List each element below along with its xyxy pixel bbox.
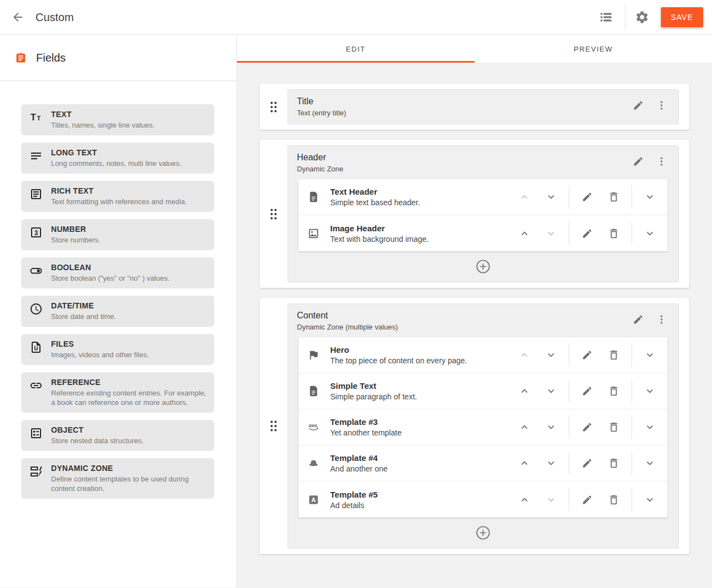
move-up-button[interactable] (518, 420, 531, 434)
controls-divider (569, 343, 569, 367)
trash-icon (608, 421, 620, 433)
move-down-button[interactable] (544, 384, 558, 398)
boolean-icon (29, 264, 43, 277)
svg-text:T: T (31, 113, 36, 122)
ad-icon: A (307, 493, 320, 506)
delete-template-button[interactable] (607, 227, 620, 240)
field-type-object[interactable]: OBJECT Store nested data structures. (21, 420, 214, 451)
back-button[interactable] (7, 6, 29, 28)
arrow-back-icon (11, 11, 24, 24)
move-up-button[interactable] (518, 493, 531, 506)
text-icon: TT (29, 111, 43, 124)
field-type-text[interactable]: TT TEXT Titles, names, single line value… (21, 104, 214, 135)
drag-handle-icon[interactable] (267, 206, 280, 222)
field-type-description: Store nested data structures. (51, 436, 144, 445)
trash-icon (608, 385, 620, 397)
field-menu-button[interactable] (654, 312, 669, 327)
field-type-boolean[interactable]: BOOLEAN Store boolean ("yes" or "no" ) v… (21, 257, 214, 288)
expand-template-button[interactable] (643, 493, 657, 506)
kebab-menu-icon (656, 156, 667, 167)
dynamic-zone-templates: Text Header Simple text based header. (297, 179, 669, 276)
pencil-icon (582, 494, 593, 505)
template-row: Template #4 And another one (299, 445, 668, 481)
edit-field-button[interactable] (630, 154, 646, 169)
template-title: Template #5 (330, 489, 518, 500)
expand-template-button[interactable] (643, 420, 657, 434)
add-template-button[interactable] (476, 525, 491, 540)
edit-template-button[interactable] (580, 190, 594, 204)
controls-divider (569, 185, 569, 209)
image-icon (307, 227, 320, 240)
expand-template-button[interactable] (643, 348, 657, 362)
edit-template-button[interactable] (580, 457, 594, 470)
edit-template-button[interactable] (580, 493, 594, 506)
sidebar-title: Fields (36, 52, 65, 64)
field-type-description: Store date and time. (51, 312, 116, 321)
move-down-button[interactable] (544, 348, 558, 362)
delete-template-button[interactable] (607, 190, 620, 204)
field-type-list: TT TEXT Titles, names, single line value… (0, 81, 236, 517)
edit-template-button[interactable] (580, 384, 594, 398)
field-type-description: Text formatting with references and medi… (51, 197, 187, 206)
field-type-rich-text[interactable]: RICH TEXT Text formatting with reference… (21, 181, 214, 212)
template-title: Image Header (330, 223, 518, 234)
field-menu-button[interactable] (654, 98, 669, 113)
edit-field-button[interactable] (630, 312, 646, 327)
svg-text:T: T (37, 115, 41, 121)
topbar-divider (625, 4, 625, 30)
delete-template-button[interactable] (607, 493, 620, 506)
move-up-button[interactable] (518, 457, 531, 470)
field-type-reference[interactable]: REFERENCE Reference existing content ent… (21, 372, 214, 413)
move-down-button[interactable] (544, 457, 558, 470)
save-button[interactable]: SAVE (661, 7, 703, 27)
move-down-button[interactable] (544, 190, 558, 204)
move-up-button[interactable] (518, 384, 531, 398)
delete-template-button[interactable] (607, 348, 620, 362)
datetime-icon (29, 302, 43, 316)
chevron-down-icon (644, 385, 656, 397)
fields-editor: Title Text (entry title) (237, 63, 712, 587)
field-type-label: NUMBER (51, 224, 100, 234)
edit-field-button[interactable] (630, 98, 646, 113)
move-up-button (518, 348, 531, 362)
expand-template-button[interactable] (643, 384, 657, 398)
settings-button[interactable] (631, 6, 653, 28)
move-down-button[interactable] (544, 420, 558, 434)
add-template-button[interactable] (476, 258, 491, 274)
tab-preview[interactable]: PREVIEW (474, 35, 712, 63)
field-type-label: DYNAMIC ZONE (51, 463, 206, 473)
hat-icon (307, 457, 320, 470)
edit-template-button[interactable] (580, 420, 594, 434)
move-down-button (544, 493, 558, 506)
template-description: Simple text based header. (330, 197, 518, 207)
delete-template-button[interactable] (607, 384, 620, 398)
fields-sidebar: Fields TT TEXT Titles, names, single lin… (0, 35, 237, 587)
field-name: Header (297, 151, 630, 164)
expand-template-button[interactable] (643, 190, 657, 204)
field-type-files[interactable]: FILES Images, videos and other files. (21, 334, 214, 365)
move-up-button[interactable] (518, 227, 531, 240)
controls-divider (632, 185, 632, 209)
delete-template-button[interactable] (607, 420, 620, 434)
edit-template-button[interactable] (580, 348, 594, 362)
index-list-button[interactable] (595, 6, 617, 28)
expand-template-button[interactable] (643, 457, 657, 470)
field-name: Title (297, 95, 630, 108)
delete-template-button[interactable] (607, 457, 620, 470)
field-type: Dynamic Zone (297, 164, 630, 174)
template-description: Text with background image. (330, 234, 518, 244)
field-type-long-text[interactable]: LONG TEXT Long comments, notes, multi li… (21, 143, 214, 174)
top-bar: Custom SAVE (0, 0, 712, 35)
svg-text:3: 3 (34, 229, 38, 237)
edit-template-button[interactable] (580, 227, 594, 240)
template-title: Text Header (330, 186, 518, 197)
drag-handle-icon[interactable] (267, 418, 280, 434)
field-menu-button[interactable] (654, 154, 669, 169)
expand-template-button[interactable] (643, 227, 657, 240)
field-type-datetime[interactable]: DATE/TIME Store date and time. (21, 296, 214, 327)
drag-handle-icon[interactable] (267, 99, 280, 115)
aws-icon: aws (307, 420, 320, 434)
field-type-dynamic-zone[interactable]: DYNAMIC ZONE Define content templates to… (21, 458, 214, 499)
tab-edit[interactable]: EDIT (237, 35, 474, 63)
field-type-number[interactable]: 3 NUMBER Store numbers. (21, 219, 214, 250)
